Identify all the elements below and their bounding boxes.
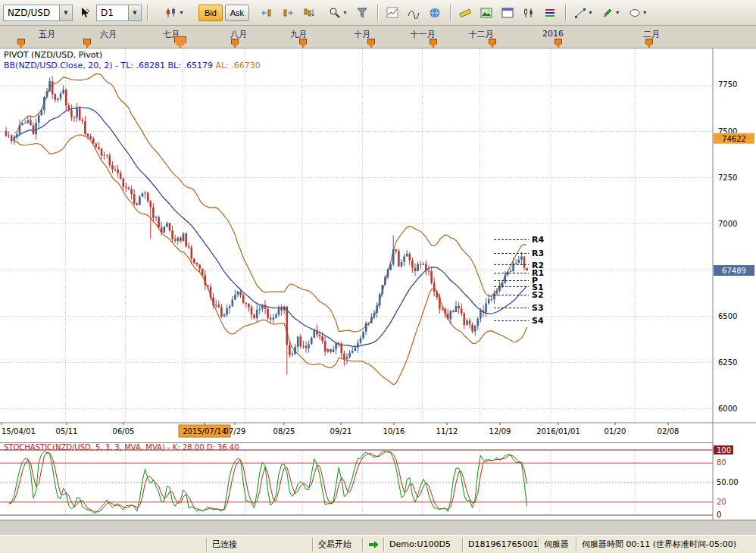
svg-text:08/25: 08/25 bbox=[273, 427, 295, 436]
svg-text:7250: 7250 bbox=[718, 173, 737, 182]
server-time-value: 00:11 bbox=[626, 539, 651, 549]
event-flag-marker[interactable] bbox=[430, 39, 437, 48]
month-timeline[interactable]: 五月六月七月八月九月十月十一月十二月2016二月 bbox=[0, 26, 756, 48]
svg-text:100: 100 bbox=[717, 446, 731, 455]
svg-text:20: 20 bbox=[717, 498, 726, 506]
account-name: Demo:U100D5 bbox=[383, 538, 462, 551]
event-flag-marker[interactable] bbox=[17, 39, 25, 48]
indicator-list-button[interactable] bbox=[541, 3, 560, 23]
main-chart-panel: R4R3R2R1PS1S2S3S460006250650067507000725… bbox=[0, 48, 756, 442]
svg-text:12/09: 12/09 bbox=[489, 427, 511, 436]
svg-text:0: 0 bbox=[717, 511, 721, 519]
event-flag-marker[interactable] bbox=[83, 39, 91, 48]
symbol-select[interactable]: NZD/USD ▼ bbox=[3, 5, 73, 21]
svg-text:11/12: 11/12 bbox=[436, 427, 458, 436]
magnifier-icon bbox=[329, 7, 341, 19]
candlestick-chart-icon bbox=[165, 7, 177, 19]
trading-status-text: 交易开始 bbox=[318, 539, 351, 550]
stochastic-axis: 1008050.00200 bbox=[713, 442, 756, 520]
connection-status-text: 已连接 bbox=[212, 539, 237, 550]
stochastic-chart[interactable]: 1008050.00200 bbox=[0, 442, 756, 520]
svg-text:S4: S4 bbox=[532, 316, 544, 326]
trendline-tool-button[interactable]: ▼ bbox=[571, 3, 596, 23]
svg-text:07/29: 07/29 bbox=[224, 427, 246, 436]
pencil-icon bbox=[601, 7, 614, 19]
ruler-button[interactable] bbox=[456, 3, 475, 23]
timeline-month-label: 2016 bbox=[542, 29, 564, 39]
chevron-down-icon: ▼ bbox=[342, 10, 348, 15]
event-flag-marker[interactable] bbox=[645, 39, 653, 48]
svg-text:67489: 67489 bbox=[722, 267, 746, 275]
curve-icon bbox=[408, 7, 420, 19]
bid-button[interactable]: Bid bbox=[198, 5, 223, 21]
auto-scroll-button[interactable] bbox=[300, 3, 319, 23]
web-button[interactable] bbox=[426, 3, 445, 23]
ask-button[interactable]: Ask bbox=[225, 5, 249, 21]
scroll-begin-button[interactable] bbox=[258, 3, 276, 23]
svg-text:6500: 6500 bbox=[718, 312, 737, 320]
connection-indicator bbox=[362, 538, 383, 551]
svg-text:S3: S3 bbox=[532, 303, 544, 313]
event-flag-marker[interactable] bbox=[367, 39, 375, 48]
chevron-down-icon: ▼ bbox=[59, 5, 72, 20]
toolbar-separator bbox=[450, 5, 451, 21]
ellipse-icon bbox=[629, 7, 641, 19]
funnel-icon bbox=[356, 7, 368, 19]
svg-text:2016/01/01: 2016/01/01 bbox=[536, 427, 580, 436]
line-chart-button[interactable] bbox=[383, 3, 402, 23]
pointer-tool-button[interactable] bbox=[75, 3, 94, 23]
candle-pattern-icon bbox=[523, 7, 535, 19]
timeframe-select[interactable]: D1 ▼ bbox=[96, 5, 142, 21]
symbol-value: NZD/USD bbox=[8, 8, 50, 18]
trendline-icon bbox=[574, 7, 586, 19]
svg-text:05/11: 05/11 bbox=[56, 427, 78, 436]
timeframe-value: D1 bbox=[101, 8, 114, 18]
connection-arrows-icon bbox=[368, 541, 378, 548]
filter-button[interactable] bbox=[353, 3, 372, 23]
event-flag-marker[interactable] bbox=[231, 39, 239, 48]
account-id: D181961765001 bbox=[462, 538, 538, 551]
connection-status: 已连接 bbox=[206, 538, 312, 551]
account-name-text: Demo:U100D5 bbox=[389, 539, 451, 549]
event-flag-marker[interactable] bbox=[174, 36, 186, 48]
scroll-end-button[interactable] bbox=[279, 3, 298, 23]
chevron-down-icon: ▼ bbox=[642, 10, 648, 15]
chevron-down-icon: ▼ bbox=[615, 10, 620, 15]
svg-text:10/16: 10/16 bbox=[383, 427, 405, 436]
candlestick-chart[interactable]: R4R3R2R1PS1S2S3S460006250650067507000725… bbox=[0, 48, 756, 442]
svg-text:80: 80 bbox=[717, 458, 726, 467]
svg-text:50.00: 50.00 bbox=[717, 478, 739, 486]
svg-text:2015/07/14: 2015/07/14 bbox=[183, 427, 226, 436]
status-bar: 已连接 交易开始 Demo:U100D5 D181961765001 伺服器 伺… bbox=[0, 535, 756, 553]
ruler-icon bbox=[459, 7, 471, 19]
new-chart-window-button[interactable] bbox=[498, 3, 517, 23]
stochastic-panel: 1008050.00200 STOCHASTIC(NZD/USD, 5, 3, … bbox=[0, 442, 756, 520]
pattern-button[interactable] bbox=[520, 3, 539, 23]
horizontal-scroll-strip[interactable] bbox=[0, 520, 756, 535]
timeline-month-label: 二月 bbox=[643, 29, 660, 40]
server-time: 伺服器時間 00:11 (世界标准时间-05:00) bbox=[576, 538, 756, 551]
svg-text:R4: R4 bbox=[532, 235, 544, 245]
scroll-end-icon bbox=[282, 7, 294, 19]
chart-type-button[interactable]: ▼ bbox=[162, 3, 187, 23]
zoom-button[interactable]: ▼ bbox=[326, 3, 351, 23]
event-flag-marker[interactable] bbox=[489, 39, 496, 48]
timeline-month-label: 六月 bbox=[100, 29, 117, 40]
shape-tool-button[interactable]: ▼ bbox=[626, 3, 651, 23]
event-flag-marker[interactable] bbox=[299, 39, 307, 48]
svg-text:74622: 74622 bbox=[722, 135, 746, 143]
svg-text:R3: R3 bbox=[532, 248, 544, 258]
event-flag-marker[interactable] bbox=[555, 39, 562, 48]
svg-text:15/04/01: 15/04/01 bbox=[2, 427, 36, 436]
svg-text:01/20: 01/20 bbox=[604, 427, 626, 436]
svg-text:6000: 6000 bbox=[718, 405, 737, 413]
snapshot-button[interactable] bbox=[477, 3, 496, 23]
server-label-text: 伺服器 bbox=[544, 539, 569, 550]
svg-text:02/08: 02/08 bbox=[658, 427, 679, 436]
window-icon bbox=[501, 7, 514, 19]
curve-tool-button[interactable] bbox=[405, 3, 423, 23]
svg-text:09/21: 09/21 bbox=[330, 427, 352, 436]
toolbar-separator bbox=[377, 5, 378, 21]
draw-tool-button[interactable]: ▼ bbox=[598, 3, 623, 23]
timeline-month-label: 八月 bbox=[230, 29, 247, 40]
